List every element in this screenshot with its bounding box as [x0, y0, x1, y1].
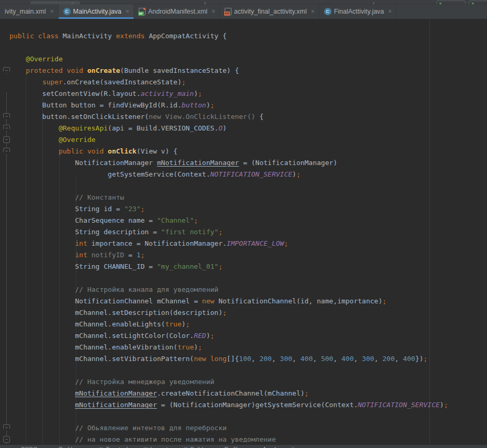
code-line[interactable]: String description = "first notify"; [0, 226, 487, 238]
android-studio-window: ivity_main.xml×CMainActivity.java×MFAndr… [0, 0, 487, 448]
code-line[interactable]: mChannel.enableVibration(true); [0, 342, 487, 353]
toolwindow-button-label: Build [190, 446, 203, 448]
code-line[interactable]: @Override [0, 134, 487, 146]
code-line[interactable]: NotificationManager mNotificationManager… [0, 157, 487, 169]
code-line[interactable]: setContentView(R.layout.activity_main); [0, 88, 487, 100]
code-line[interactable]: int notifyID = 1; [0, 249, 487, 261]
code-line[interactable] [0, 272, 487, 284]
code-line[interactable]: @RequiresApi(api = Build.VERSION_CODES.O… [0, 123, 487, 134]
code-line[interactable]: super.onCreate(savedInstanceState); [0, 77, 487, 88]
toolwindow-button-label: Terminal [106, 446, 128, 448]
close-icon[interactable]: × [388, 8, 392, 15]
code-line[interactable]: protected void onCreate(Bundle savedInst… [0, 65, 487, 77]
code-line[interactable]: button.setOnClickListener(new View.OnCli… [0, 111, 487, 123]
code-editor[interactable]: −−−−−−− public class MainActivity extend… [0, 19, 487, 444]
code-line[interactable]: mChannel.setVibrationPattern(new long[]{… [0, 353, 487, 365]
toolwindow-button-label: Profiler [224, 446, 242, 448]
tab-label: ivity_main.xml [5, 8, 46, 15]
code-line[interactable]: getSystemService(Context.NOTIFICATION_SE… [0, 169, 487, 180]
manifest-file-icon: MF [139, 8, 146, 15]
tab-label: MainActivity.java [73, 8, 121, 15]
tab-label: activity_final_acttivity.xml [234, 8, 307, 15]
code-line[interactable]: int importance = NotificationManager.IMP… [0, 238, 487, 249]
java-class-icon: C [63, 8, 71, 15]
code-area[interactable]: public class MainActivity extends AppCom… [0, 19, 487, 444]
close-icon[interactable]: × [212, 8, 215, 15]
code-line[interactable]: mNotificationManager = (NotificationMana… [0, 399, 487, 411]
top-toolbar-strip [0, 0, 487, 4]
toolwindow-button-terminal[interactable]: ▣Terminal [99, 446, 128, 448]
code-line[interactable]: public void onClick(View v) { [0, 146, 487, 157]
toolwindow-button-label: Problems [59, 446, 83, 448]
code-line[interactable] [0, 411, 487, 422]
code-line[interactable]: mNotificationManager.createNotificationC… [0, 388, 487, 399]
code-line[interactable]: CharSequence name = "Channel"; [0, 215, 487, 226]
code-line[interactable]: // Настройка менеджера уведомлений [0, 376, 487, 388]
toolwindow-button-label: App Inspection [262, 446, 301, 448]
layout-xml-file-icon [225, 8, 231, 15]
editor-tabs: ivity_main.xml×CMainActivity.java×MFAndr… [0, 4, 487, 19]
code-line[interactable]: Button button = findViewById(R.id.button… [0, 100, 487, 111]
tool-window-bar: ≡TODO●Problems▣Terminal▤Logcat⚒Build◔Pro… [0, 444, 487, 448]
code-line[interactable] [0, 365, 487, 376]
code-line[interactable]: // Обьявление интентов для переброски [0, 422, 487, 434]
code-line[interactable] [0, 180, 487, 192]
tab-ivity_main.xml[interactable]: ivity_main.xml× [0, 4, 59, 19]
device-button-group[interactable] [469, 1, 487, 4]
code-line[interactable]: String id = "23"; [0, 203, 487, 215]
tab-MainActivity.java[interactable]: CMainActivity.java× [59, 4, 134, 19]
toolwindow-button-todo[interactable]: ≡TODO [16, 446, 38, 448]
run-button-group[interactable] [436, 1, 466, 4]
tab-FinalActtivity.java[interactable]: CFinalActtivity.java× [319, 4, 397, 19]
code-line[interactable]: NotificationChannel mChannel = new Notif… [0, 296, 487, 307]
fold-locked-icon[interactable]: − [3, 136, 10, 143]
code-line[interactable]: // на новое активити после нажатия на ув… [0, 434, 487, 444]
code-line[interactable]: // Настройка канала для уведомлений [0, 284, 487, 296]
toolwindow-button-label: TODO [21, 446, 38, 448]
tab-label: FinalActtivity.java [334, 8, 384, 15]
code-line[interactable]: // Константы [0, 192, 487, 203]
close-icon[interactable]: × [126, 8, 129, 15]
close-icon[interactable]: × [311, 8, 315, 15]
code-line[interactable]: public class MainActivity extends AppCom… [0, 30, 487, 42]
java-class-icon: C [324, 8, 331, 15]
toolwindow-button-logcat[interactable]: ▤Logcat [143, 446, 168, 448]
tab-activity_final_acttivity.xml[interactable]: activity_final_acttivity.xml× [220, 4, 319, 19]
toolwindow-button-profiler[interactable]: ◔Profiler [219, 446, 242, 448]
fold-locked-icon[interactable]: − [3, 436, 10, 443]
code-line[interactable]: String CHANNEL_ID = "my_channel_01"; [0, 261, 487, 272]
close-icon[interactable]: × [50, 8, 54, 15]
toolwindow-button-problems[interactable]: ●Problems [53, 446, 83, 448]
toolwindow-button-label: Logcat [150, 446, 168, 448]
toolwindow-button-build[interactable]: ⚒Build [183, 446, 203, 448]
tab-AndroidManifest.xml[interactable]: MFAndroidManifest.xml× [134, 4, 220, 19]
code-line[interactable] [0, 19, 487, 30]
toolwindow-button-app-inspection[interactable]: ▪App Inspection [258, 446, 301, 448]
code-line[interactable]: @Override [0, 53, 487, 65]
code-line[interactable]: mChannel.enableLights(true); [0, 319, 487, 330]
code-line[interactable] [0, 42, 487, 53]
code-line[interactable]: mChannel.setLightColor(Color.RED); [0, 330, 487, 342]
code-line[interactable]: mChannel.setDescription(description); [0, 307, 487, 319]
tab-label: AndroidManifest.xml [148, 8, 207, 15]
